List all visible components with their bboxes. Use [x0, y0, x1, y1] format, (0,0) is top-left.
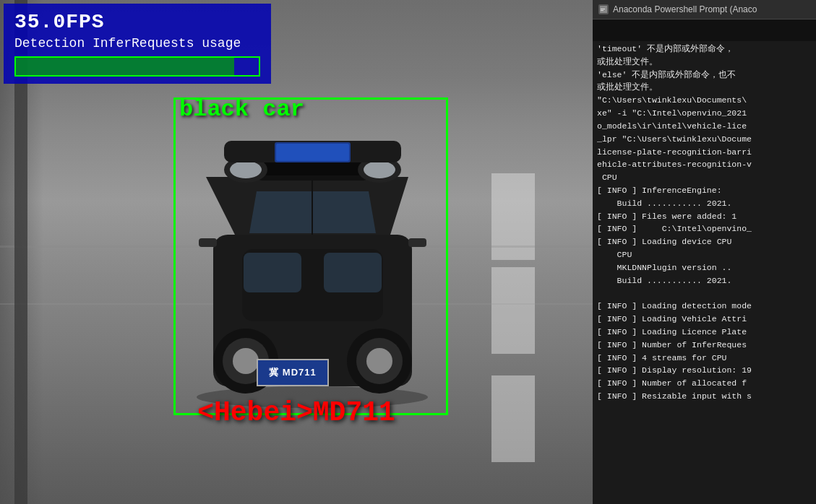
- console-line: [ INFO ] C:\Intel\openvino_: [597, 222, 812, 235]
- license-plate-text: 冀 MD711: [269, 366, 317, 379]
- plate-recognition-result: <Hebei>MD711: [197, 397, 395, 428]
- console-line: Build ........... 2021.: [597, 274, 812, 287]
- console-dark-area: [593, 19, 816, 41]
- console-line: [ INFO ] Loading detection mode: [597, 300, 812, 313]
- hud-overlay: 35.0FPS Detection InferRequests usage: [4, 4, 271, 84]
- console-line: "C:\Users\twinklexu\Documents\: [597, 94, 812, 107]
- console-line: Build ........... 2021.: [597, 197, 812, 210]
- svg-rect-27: [601, 10, 604, 11]
- console-line: [ INFO ] Number of InferReques: [597, 339, 812, 352]
- console-title: Anaconda Powershell Prompt (Anaco: [613, 4, 757, 14]
- console-line: _lpr "C:\Users\twinklexu\Docume: [597, 133, 812, 146]
- console-line: [ INFO ] Loading device CPU: [597, 235, 812, 248]
- console-line: o_models\ir\intel\vehicle-lice: [597, 120, 812, 133]
- infer-label: Detection InferRequests usage: [14, 36, 260, 51]
- console-line: [ INFO ] Display resolution: 19: [597, 364, 812, 377]
- license-plate: 冀 MD711: [257, 359, 329, 386]
- console-line: ehicle-attributes-recognition-v: [597, 158, 812, 171]
- console-line: [ INFO ] Loading Licence Plate: [597, 326, 812, 339]
- console-line: 'timeout' 不是内部或外部命令，: [597, 43, 812, 56]
- console-line: 或批处理文件。: [597, 56, 812, 69]
- infer-bar-fill: [16, 58, 234, 75]
- car-label: black car: [179, 96, 304, 123]
- console-titlebar: Anaconda Powershell Prompt (Anaco: [593, 0, 816, 19]
- console-line: [ INFO ] Resizable input with s: [597, 390, 812, 403]
- console-line: [ INFO ] Files were added: 1: [597, 210, 812, 223]
- infer-bar: [14, 56, 260, 77]
- camera-feed: 35.0FPS Detection InferRequests usage: [0, 0, 593, 504]
- console-line: license-plate-recognition-barri: [597, 146, 812, 159]
- console-panel: Anaconda Powershell Prompt (Anaco 'timeo…: [593, 0, 816, 504]
- console-output: 'timeout' 不是内部或外部命令，或批处理文件。'else' 不是内部或外…: [593, 41, 816, 504]
- console-line: [597, 287, 812, 300]
- console-line: [ INFO ] 4 streams for CPU: [597, 352, 812, 365]
- console-line: CPU: [597, 248, 812, 261]
- console-line: [ INFO ] Loading Vehicle Attri: [597, 313, 812, 326]
- terminal-icon: [598, 4, 609, 14]
- console-line: CPU: [597, 171, 812, 184]
- console-line: 'else' 不是内部或外部命令，也不: [597, 69, 812, 82]
- console-line: 或批处理文件。: [597, 81, 812, 94]
- console-line: [ INFO ] InferenceEngine:: [597, 184, 812, 197]
- fps-display: 35.0FPS: [14, 11, 260, 33]
- console-line: [ INFO ] Number of allocated f: [597, 377, 812, 390]
- console-line: MKLDNNPlugin version ..: [597, 261, 812, 274]
- console-line: xe" -i "C:\Intel\openvino_2021: [597, 107, 812, 120]
- svg-rect-26: [601, 9, 605, 9]
